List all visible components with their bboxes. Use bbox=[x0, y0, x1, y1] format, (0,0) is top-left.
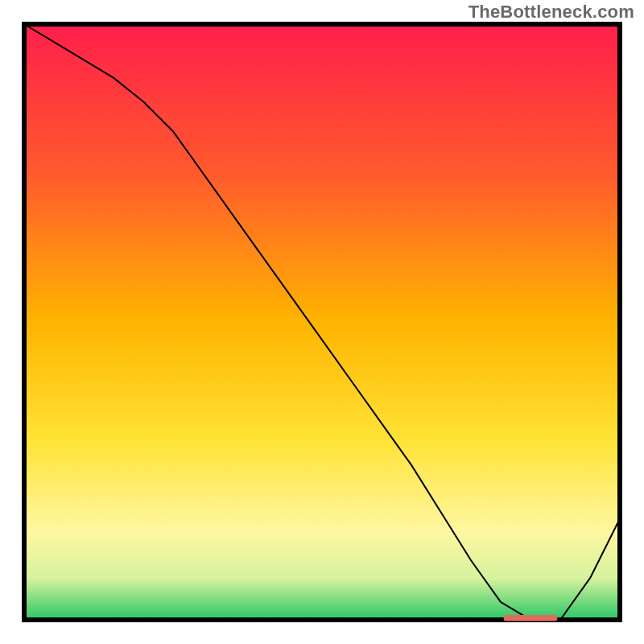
chart-stage: TheBottleneck.com bbox=[0, 0, 644, 644]
watermark-text: TheBottleneck.com bbox=[469, 2, 634, 23]
plot-area bbox=[24, 24, 620, 620]
chart-svg bbox=[0, 0, 644, 644]
marker-bar bbox=[504, 615, 558, 621]
